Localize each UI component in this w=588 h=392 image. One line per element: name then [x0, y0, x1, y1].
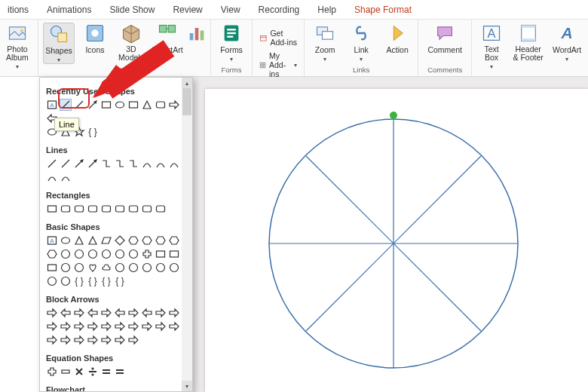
- shape-option[interactable]: { }: [87, 126, 99, 138]
- shape-option[interactable]: [87, 320, 99, 332]
- shape-option[interactable]: [114, 366, 126, 378]
- shapes-button[interactable]: Shapes ▾: [43, 23, 75, 64]
- shape-option[interactable]: [141, 307, 153, 319]
- get-addins-button[interactable]: Get Add-ins: [257, 27, 299, 48]
- shape-option[interactable]: [60, 158, 72, 170]
- shape-option[interactable]: [141, 320, 153, 332]
- shape-option[interactable]: { }: [73, 275, 85, 287]
- shape-option[interactable]: [73, 158, 85, 170]
- shape-option[interactable]: [100, 158, 112, 170]
- shape-option[interactable]: A: [46, 99, 58, 111]
- shape-option[interactable]: { }: [87, 275, 99, 287]
- scroll-thumb[interactable]: [182, 88, 191, 115]
- rotation-handle[interactable]: [390, 112, 397, 119]
- photo-album-button[interactable]: Photo Album ▾: [2, 23, 33, 70]
- shape-option[interactable]: [73, 262, 85, 274]
- scroll-up-icon[interactable]: ▴: [182, 78, 192, 88]
- chart-button[interactable]: [188, 23, 206, 44]
- action-button[interactable]: Action: [381, 23, 413, 54]
- slide-canvas[interactable]: [205, 89, 588, 392]
- tab-view[interactable]: View: [218, 2, 243, 18]
- shape-option[interactable]: [141, 262, 153, 274]
- shape-option[interactable]: [46, 158, 58, 170]
- tab-review[interactable]: Review: [170, 2, 205, 18]
- shape-option[interactable]: [168, 262, 180, 274]
- tab-transitions[interactable]: itions: [5, 2, 32, 18]
- forms-button[interactable]: Forms ▾: [216, 23, 247, 63]
- shape-option[interactable]: [155, 320, 167, 332]
- shape-option[interactable]: [60, 366, 72, 378]
- shape-option[interactable]: [114, 262, 126, 274]
- shape-option[interactable]: [46, 366, 58, 378]
- shape-option[interactable]: [60, 248, 72, 260]
- shape-option[interactable]: [100, 203, 112, 215]
- shape-option[interactable]: [60, 234, 72, 247]
- my-addins-button[interactable]: My Add-ins ▾: [257, 50, 299, 80]
- shape-option[interactable]: [87, 366, 99, 378]
- shape-option[interactable]: [100, 248, 112, 260]
- shape-option[interactable]: [127, 334, 139, 346]
- shape-option[interactable]: [60, 320, 72, 332]
- shape-option[interactable]: [114, 320, 126, 332]
- shape-option[interactable]: [87, 248, 99, 260]
- shape-option[interactable]: [73, 334, 85, 346]
- shape-option[interactable]: [73, 320, 85, 332]
- shape-option[interactable]: [73, 248, 85, 260]
- pie-circle-shape[interactable]: [265, 115, 522, 372]
- tab-recording[interactable]: Recording: [256, 2, 303, 18]
- shape-option[interactable]: [87, 334, 99, 346]
- shape-option[interactable]: [46, 248, 58, 260]
- shape-option[interactable]: [114, 248, 126, 260]
- shape-option[interactable]: [46, 307, 58, 319]
- shape-option[interactable]: [141, 248, 153, 260]
- shape-option[interactable]: [141, 203, 153, 215]
- shape-option[interactable]: { }: [100, 275, 112, 287]
- shape-option[interactable]: [114, 307, 126, 319]
- shape-option[interactable]: [87, 307, 99, 319]
- shape-option[interactable]: [168, 158, 180, 170]
- shape-option[interactable]: [155, 234, 167, 247]
- link-button[interactable]: Link ▾: [345, 23, 377, 63]
- shape-option[interactable]: [60, 275, 72, 287]
- shape-option[interactable]: [114, 203, 126, 215]
- shape-option[interactable]: [87, 262, 99, 274]
- header-footer-button[interactable]: Header & Footer: [511, 23, 545, 62]
- shape-option[interactable]: [114, 158, 126, 170]
- shape-option[interactable]: [87, 158, 99, 170]
- text-box-button[interactable]: A Text Box ▾: [476, 23, 507, 70]
- shape-option[interactable]: [73, 234, 85, 247]
- shape-option[interactable]: [114, 334, 126, 346]
- shape-option[interactable]: [141, 158, 153, 170]
- shape-option[interactable]: [100, 366, 112, 378]
- shape-option[interactable]: [127, 203, 139, 215]
- shape-option[interactable]: [60, 171, 72, 183]
- shape-option[interactable]: [155, 248, 167, 260]
- shape-option[interactable]: [87, 203, 99, 215]
- shape-option[interactable]: [60, 203, 72, 215]
- shape-option[interactable]: [73, 307, 85, 319]
- shape-option[interactable]: [100, 320, 112, 332]
- shape-option[interactable]: [60, 307, 72, 319]
- shape-option[interactable]: [87, 234, 99, 247]
- shape-option[interactable]: [168, 307, 180, 319]
- comment-button[interactable]: Comment: [423, 23, 467, 54]
- shape-option[interactable]: [155, 203, 167, 215]
- shape-option[interactable]: [60, 262, 72, 274]
- shape-option[interactable]: [114, 234, 126, 247]
- shape-option[interactable]: [155, 307, 167, 319]
- shape-option[interactable]: [100, 234, 112, 247]
- shape-option[interactable]: [127, 262, 139, 274]
- tab-animations[interactable]: Animations: [44, 2, 94, 18]
- shape-option[interactable]: [73, 366, 85, 378]
- zoom-button[interactable]: Zoom ▾: [309, 23, 341, 63]
- shape-option[interactable]: [46, 171, 58, 183]
- shape-option[interactable]: [168, 320, 180, 332]
- shape-option[interactable]: [46, 262, 58, 274]
- shape-option[interactable]: [127, 234, 139, 247]
- shape-option[interactable]: [100, 334, 112, 346]
- shape-option[interactable]: [155, 262, 167, 274]
- tab-shape-format[interactable]: Shape Format: [351, 2, 415, 18]
- shape-option[interactable]: [46, 334, 58, 346]
- shape-option[interactable]: [100, 307, 112, 319]
- scroll-down-icon[interactable]: ▾: [182, 381, 192, 391]
